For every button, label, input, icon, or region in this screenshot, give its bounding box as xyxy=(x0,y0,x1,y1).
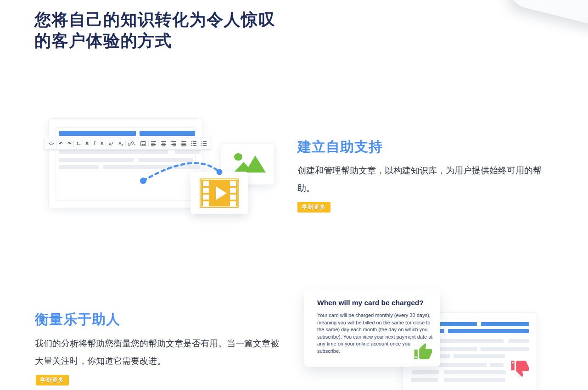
dotted-connector-line xyxy=(137,155,226,188)
strikethrough-icon: S xyxy=(101,141,103,146)
placeholder-text-bar xyxy=(509,339,529,343)
toolbar-separator xyxy=(56,140,56,147)
toolbar-separator xyxy=(189,140,189,147)
faq-card-title: When will my card be charged? xyxy=(317,299,427,307)
placeholder-text-bar xyxy=(412,370,439,374)
placeholder-text-bar xyxy=(59,150,168,154)
section-body-self-service: 创建和管理帮助文章，以构建知识库，为用户提供始终可用的帮助。 xyxy=(297,162,553,197)
section-title-self-service: 建立自助支持 xyxy=(297,138,383,156)
superscript-icon: A1 xyxy=(108,141,113,146)
thumbs-down-icon xyxy=(510,358,531,378)
insert-link-icon: ▾ xyxy=(128,141,135,146)
placeholder-text-bar xyxy=(448,329,529,333)
page-title: 您将自己的知识转化为令人惊叹 的客户体验的方式 xyxy=(34,9,319,51)
align-center-icon xyxy=(161,141,166,146)
placeholder-text-bar xyxy=(490,363,504,367)
subscript-icon: A1 xyxy=(118,141,123,146)
undo-icon: ↶ xyxy=(59,141,62,146)
device-mockup-surface xyxy=(510,0,588,53)
align-left-icon xyxy=(151,141,156,146)
italic-icon: I xyxy=(94,141,95,146)
redo-icon: ↷ xyxy=(67,141,71,146)
align-right-icon xyxy=(171,141,176,146)
page-title-line1: 您将自己的知识转化为令人惊叹 xyxy=(34,9,319,30)
list-unordered-icon xyxy=(191,141,196,146)
thumbs-up-icon xyxy=(413,342,434,362)
paragraph-format-icon: 1▾ xyxy=(76,141,80,146)
insert-image-icon xyxy=(140,141,146,146)
placeholder-text-bar xyxy=(444,378,505,382)
code-icon: <> xyxy=(49,141,54,146)
align-justify-icon xyxy=(181,141,186,146)
section-title-helpfulness: 衡量乐于助人 xyxy=(35,310,120,329)
placeholder-text-bar xyxy=(59,158,134,162)
bold-icon: B xyxy=(85,141,89,146)
toolbar-separator xyxy=(148,140,149,147)
placeholder-text-bar xyxy=(444,370,506,374)
placeholder-text-bar xyxy=(175,150,201,154)
toolbar-separator xyxy=(125,140,126,147)
learn-more-button-helpfulness[interactable]: 学到更多 xyxy=(36,375,69,385)
toolbar-separator xyxy=(106,140,106,147)
list-ordered-icon xyxy=(202,141,207,146)
placeholder-text-bar xyxy=(481,347,529,351)
placeholder-text-bar xyxy=(454,354,505,358)
section-body-helpfulness: 我们的分析将帮助您衡量您的帮助文章是否有用。当一篇文章被大量关注时，你知道它需要… xyxy=(35,335,286,370)
toolbar-separator xyxy=(73,140,74,147)
toolbar-separator xyxy=(83,140,83,147)
placeholder-text-bar xyxy=(411,378,438,382)
placeholder-text-bar xyxy=(140,131,195,136)
learn-more-button-self-service[interactable]: 学到更多 xyxy=(297,202,330,212)
placeholder-text-bar xyxy=(59,165,99,169)
placeholder-text-bar xyxy=(59,131,136,136)
editor-toolbar: <>↶↷1▾BISA1A1▾ xyxy=(44,138,211,150)
page-title-line2: 的客户体验的方式 xyxy=(34,30,319,51)
placeholder-text-bar xyxy=(481,322,529,326)
